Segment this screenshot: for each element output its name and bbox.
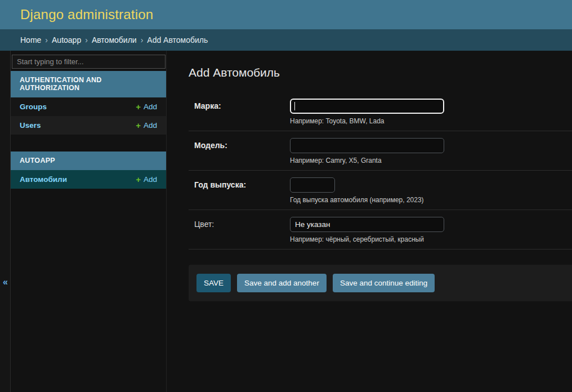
add-label: Add bbox=[144, 121, 157, 130]
breadcrumb-separator: › bbox=[85, 35, 88, 44]
breadcrumb-current-page: Add Автомобиль bbox=[147, 35, 208, 44]
color-field[interactable] bbox=[290, 217, 444, 232]
save-continue-editing-button[interactable]: Save and continue editing bbox=[333, 274, 435, 292]
add-label: Add bbox=[144, 103, 157, 111]
breadcrumb-model-link[interactable]: Автомобили bbox=[92, 35, 137, 44]
marka-label: Марка: bbox=[194, 101, 221, 110]
field-label-col: Цвет: bbox=[194, 217, 290, 243]
breadcrumb-app-link[interactable]: Autoapp bbox=[52, 35, 81, 44]
automobili-add-link[interactable]: + Add bbox=[136, 175, 157, 184]
marka-field[interactable] bbox=[290, 99, 444, 114]
groups-link[interactable]: Groups bbox=[20, 103, 47, 111]
save-add-another-button[interactable]: Save and add another bbox=[237, 274, 327, 292]
form-row-marka: Марка: Например: Toyota, BMW, Lada bbox=[189, 92, 572, 131]
sidebar-toggle-strip: « bbox=[0, 51, 11, 392]
module-caption-auth: AUTHENTICATION AND AUTHORIZATION bbox=[11, 71, 166, 97]
breadcrumb: Home › Autoapp › Автомобили › Add Автомо… bbox=[0, 29, 572, 51]
sidebar-item-automobili[interactable]: Автомобили + Add bbox=[11, 170, 166, 189]
save-button[interactable]: SAVE bbox=[196, 274, 231, 292]
field-input-col: Например: Camry, X5, Granta bbox=[290, 138, 572, 164]
page-title: Add Автомобиль bbox=[189, 66, 572, 79]
plus-icon: + bbox=[136, 121, 141, 130]
color-help-text: Например: чёрный, серебристый, красный bbox=[290, 235, 572, 243]
model-help-text: Например: Camry, X5, Granta bbox=[290, 157, 572, 164]
field-input-col: Например: Toyota, BMW, Lada bbox=[290, 99, 572, 125]
nav-sidebar: AUTHENTICATION AND AUTHORIZATION Groups … bbox=[11, 51, 167, 392]
color-label: Цвет: bbox=[194, 220, 214, 229]
users-link[interactable]: Users bbox=[20, 121, 41, 130]
sidebar-collapse-icon[interactable]: « bbox=[0, 277, 11, 287]
submit-row: SAVE Save and add another Save and conti… bbox=[189, 265, 572, 301]
plus-icon: + bbox=[136, 102, 141, 112]
sidebar-item-groups[interactable]: Groups + Add bbox=[11, 97, 166, 116]
field-input-col: Например: чёрный, серебристый, красный bbox=[290, 217, 572, 243]
sidebar-item-users[interactable]: Users + Add bbox=[11, 116, 166, 135]
form-row-model: Модель: Например: Camry, X5, Granta bbox=[189, 131, 572, 171]
year-help-text: Год выпуска автомобиля (например, 2023) bbox=[290, 196, 572, 204]
form-row-color: Цвет: Например: чёрный, серебристый, кра… bbox=[189, 210, 572, 250]
year-label: Год выпуска: bbox=[194, 180, 246, 189]
field-input-col: Год выпуска автомобиля (например, 2023) bbox=[290, 177, 572, 204]
model-field[interactable] bbox=[290, 138, 444, 153]
add-automobile-form: Марка: Например: Toyota, BMW, Lada Модел… bbox=[189, 92, 572, 301]
module-caption-autoapp: AUTOAPP bbox=[11, 152, 166, 170]
marka-help-text: Например: Toyota, BMW, Lada bbox=[290, 117, 572, 125]
groups-add-link[interactable]: + Add bbox=[136, 102, 157, 112]
site-title[interactable]: Django administration bbox=[20, 7, 153, 23]
main-content: Add Автомобиль Марка: Например: Toyota, … bbox=[167, 51, 572, 392]
breadcrumb-home-link[interactable]: Home bbox=[20, 35, 41, 44]
text-cursor bbox=[294, 102, 295, 110]
app-header: Django administration bbox=[0, 0, 572, 29]
sidebar-filter-input[interactable] bbox=[12, 55, 166, 69]
add-label: Add bbox=[144, 175, 157, 184]
field-label-col: Марка: bbox=[194, 99, 290, 125]
breadcrumb-separator: › bbox=[141, 35, 144, 44]
model-label: Модель: bbox=[194, 141, 227, 150]
form-row-year: Год выпуска: Год выпуска автомобиля (нап… bbox=[189, 171, 572, 210]
field-label-col: Модель: bbox=[194, 138, 290, 164]
field-label-col: Год выпуска: bbox=[194, 177, 290, 204]
year-field[interactable] bbox=[290, 177, 335, 193]
plus-icon: + bbox=[136, 175, 141, 184]
sidebar-module-auth: AUTHENTICATION AND AUTHORIZATION Groups … bbox=[11, 71, 166, 135]
users-add-link[interactable]: + Add bbox=[136, 121, 157, 130]
sidebar-module-autoapp: AUTOAPP Автомобили + Add bbox=[11, 152, 166, 189]
breadcrumb-separator: › bbox=[45, 35, 48, 44]
automobili-link[interactable]: Автомобили bbox=[20, 175, 67, 184]
